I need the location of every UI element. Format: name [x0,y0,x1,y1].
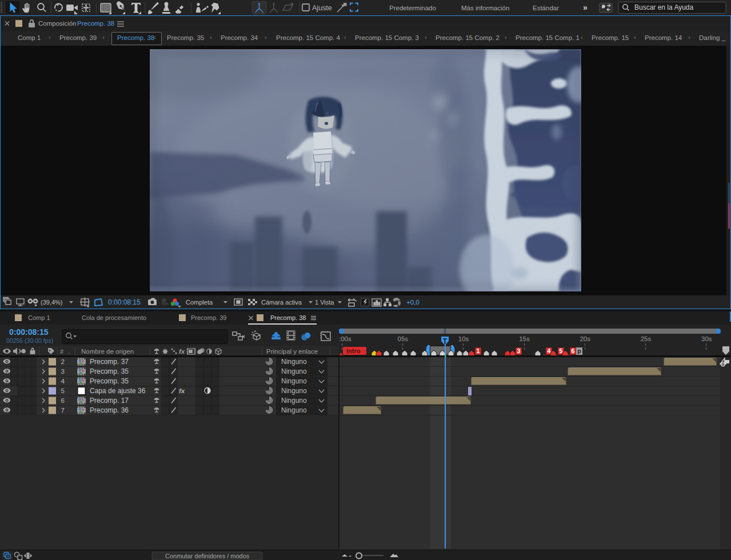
svg-text:+0,0: +0,0 [406,299,420,306]
svg-text:1: 1 [477,347,480,354]
svg-text:Ninguno: Ninguno [281,377,307,385]
svg-text:fx: fx [179,348,185,355]
svg-text:Ninguno: Ninguno [281,358,307,366]
svg-text:Principal y enlace: Principal y enlace [266,348,318,355]
svg-text:10s: 10s [458,335,469,342]
svg-text:Ninguno: Ninguno [281,387,307,395]
svg-text:Precomp. 17: Precomp. 17 [90,397,129,405]
svg-text:Precomp. 36: Precomp. 36 [90,406,129,414]
svg-text:05s: 05s [398,335,409,342]
svg-text:4: 4 [61,378,65,385]
svg-text:15s: 15s [519,335,530,342]
svg-text:Ninguno: Ninguno [281,367,307,375]
svg-text:Precomp. 35: Precomp. 35 [90,367,129,375]
svg-text:#: # [60,348,64,355]
svg-text:intro: intro [346,347,361,354]
svg-text:Conmutar definidores / modos: Conmutar definidores / modos [165,553,250,559]
svg-text:Estándar: Estándar [533,5,559,11]
svg-text:fx: fx [179,387,185,394]
svg-text:0:00:08:15: 0:00:08:15 [108,298,141,306]
svg-text:Más información: Más información [461,5,509,11]
svg-text:Capa de ajuste 36: Capa de ajuste 36 [90,387,146,395]
svg-text:Buscar en la Ayuda: Buscar en la Ayuda [634,3,694,11]
svg-text:Precomp. 37: Precomp. 37 [90,358,129,366]
svg-text:(39,4%): (39,4%) [41,299,63,306]
svg-text:Cámara activa: Cámara activa [261,299,302,306]
svg-text:Ninguno: Ninguno [281,397,307,405]
svg-text:30s: 30s [701,335,712,342]
svg-text:7: 7 [61,407,65,414]
svg-text:Completa: Completa [186,299,213,306]
svg-text:3: 3 [517,347,521,354]
svg-text:Ninguno: Ninguno [281,406,307,414]
svg-text:.: . [68,348,70,355]
svg-text:3: 3 [61,368,65,375]
svg-text:Ajuste: Ajuste [312,4,332,12]
svg-text:1 Vista: 1 Vista [315,299,334,306]
svg-text:6: 6 [61,397,65,404]
svg-text:25s: 25s [641,335,652,342]
svg-text:Nombre de origen: Nombre de origen [81,348,134,355]
svg-text:Predeterminado: Predeterminado [389,5,436,11]
svg-text:20s: 20s [580,335,590,342]
svg-text:Precomp. 35: Precomp. 35 [90,377,129,385]
svg-text:2: 2 [61,358,65,365]
svg-text:5: 5 [61,387,65,394]
svg-text:»: » [583,3,588,12]
svg-text:p: p [577,347,581,354]
svg-text:6: 6 [572,347,575,354]
svg-text::00s: :00s [339,335,351,342]
